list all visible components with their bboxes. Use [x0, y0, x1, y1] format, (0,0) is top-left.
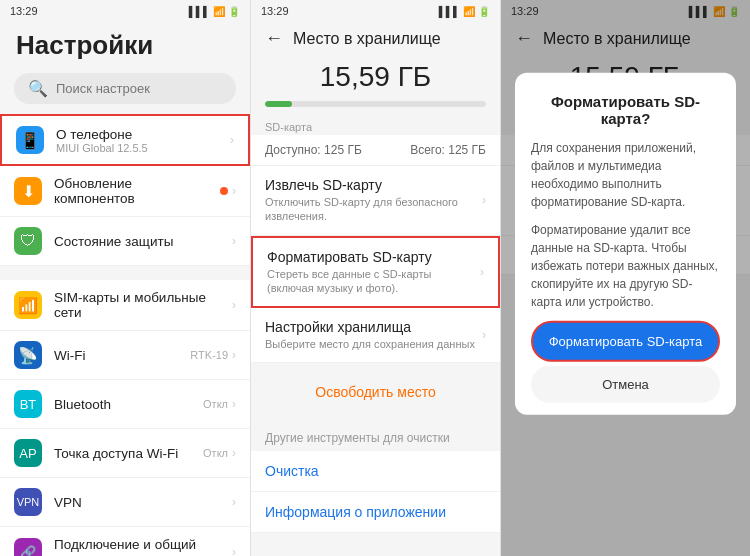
- search-icon: 🔍: [28, 79, 48, 98]
- settings-item-share[interactable]: 🔗 Подключение и общий доступ ›: [0, 527, 250, 556]
- update-badge: [220, 187, 228, 195]
- settings-list: 📱 О телефоне MIUI Global 12.5.5 › ⬇ Обно…: [0, 114, 250, 556]
- battery-icon: 🔋: [228, 6, 240, 17]
- signal-icon-2: ▌▌▌: [439, 6, 460, 17]
- protection-label: Состояние защиты: [54, 234, 220, 249]
- share-chevron: ›: [232, 545, 236, 556]
- status-icons-1: ▌▌▌ 📶 🔋: [189, 6, 240, 17]
- dialog-title: Форматировать SD-карта?: [531, 93, 720, 127]
- storage-info-row: Доступно: 125 ГБ Всего: 125 ГБ: [251, 135, 500, 166]
- dialog-body-1: Для сохранения приложений, файлов и муль…: [531, 139, 720, 211]
- status-bar-2: 13:29 ▌▌▌ 📶 🔋: [251, 0, 500, 22]
- extract-title: Извлечь SD-карту: [265, 177, 482, 193]
- protection-chevron: ›: [232, 234, 236, 248]
- storage-content: Доступно: 125 ГБ Всего: 125 ГБ Извлечь S…: [251, 135, 500, 363]
- status-bar-1: 13:29 ▌▌▌ 📶 🔋: [0, 0, 250, 22]
- settings-item-sim[interactable]: 📶 SIM-карты и мобильные сети ›: [0, 280, 250, 331]
- settings-item-vpn[interactable]: VPN VPN ›: [0, 478, 250, 527]
- settings-item-update[interactable]: ⬇ Обновление компонентов ›: [0, 166, 250, 217]
- share-label: Подключение и общий доступ: [54, 537, 220, 556]
- tool-link-clear[interactable]: Очистка: [251, 451, 500, 492]
- bluetooth-chevron: ›: [232, 397, 236, 411]
- share-icon: 🔗: [14, 538, 42, 556]
- about-label: О телефоне: [56, 127, 218, 142]
- time-2: 13:29: [261, 5, 289, 17]
- settings-item-hotspot[interactable]: AP Точка доступа Wi-Fi Откл ›: [0, 429, 250, 478]
- settings-item-wifi[interactable]: 📡 Wi-Fi RTK-19 ›: [0, 331, 250, 380]
- search-input[interactable]: [56, 81, 222, 96]
- free-space-button[interactable]: Освободить место: [265, 373, 486, 411]
- hotspot-right: Откл ›: [203, 446, 236, 460]
- settings-panel: 13:29 ▌▌▌ 📶 🔋 Настройки 🔍 📱 О телефоне M…: [0, 0, 250, 556]
- storage-panel: 13:29 ▌▌▌ 📶 🔋 ← Место в хранилище 15,59 …: [250, 0, 500, 556]
- wifi-chevron: ›: [232, 348, 236, 362]
- wifi-value: RTK-19: [190, 349, 228, 361]
- sd-section-label: SD-карта: [251, 115, 500, 135]
- storage-option-extract[interactable]: Извлечь SD-карту Отключить SD-карту для …: [251, 166, 500, 236]
- time-1: 13:29: [10, 5, 38, 17]
- vpn-icon: VPN: [14, 488, 42, 516]
- wifi-label: Wi-Fi: [54, 348, 178, 363]
- storage-header: ← Место в хранилище: [251, 22, 500, 57]
- dialog-confirm-button[interactable]: Форматировать SD-карта: [531, 321, 720, 362]
- extract-chevron: ›: [482, 193, 486, 207]
- storage-settings-desc: Выберите место для сохранения данных: [265, 337, 475, 351]
- storage-dialog-panel: 13:29 ▌▌▌ 📶 🔋 ← Место в хранилище 15,59 …: [500, 0, 750, 556]
- dialog-body-2: Форматирование удалит все данные на SD-к…: [531, 221, 720, 311]
- search-bar[interactable]: 🔍: [14, 73, 236, 104]
- format-dialog: Форматировать SD-карта? Для сохранения п…: [515, 73, 736, 415]
- dialog-cancel-button[interactable]: Отмена: [531, 366, 720, 403]
- hotspot-value: Откл: [203, 447, 228, 459]
- signal-icon: ▌▌▌: [189, 6, 210, 17]
- storage-size: 15,59 ГБ: [251, 57, 500, 101]
- bluetooth-label: Bluetooth: [54, 397, 191, 412]
- battery-icon-2: 🔋: [478, 6, 490, 17]
- other-tools-label: Другие инструменты для очистки: [251, 421, 500, 451]
- hotspot-icon: AP: [14, 439, 42, 467]
- sim-chevron: ›: [232, 298, 236, 312]
- bluetooth-icon: BT: [14, 390, 42, 418]
- bluetooth-right: Откл ›: [203, 397, 236, 411]
- back-button-2[interactable]: ←: [265, 28, 283, 49]
- about-icon: 📱: [16, 126, 44, 154]
- wifi-icon-2: 📶: [463, 6, 475, 17]
- about-chevron: ›: [230, 133, 234, 147]
- wifi-setting-icon: 📡: [14, 341, 42, 369]
- vpn-label: VPN: [54, 495, 220, 510]
- settings-title: Настройки: [0, 22, 250, 69]
- storage-settings-title: Настройки хранилища: [265, 319, 475, 335]
- section-gap-1: [0, 266, 250, 280]
- storage-option-format[interactable]: Форматировать SD-карту Стереть все данны…: [251, 236, 500, 309]
- storage-bar-track: [265, 101, 486, 107]
- bluetooth-value: Откл: [203, 398, 228, 410]
- storage-bar-fill: [265, 101, 292, 107]
- hotspot-label: Точка доступа Wi-Fi: [54, 446, 191, 461]
- update-chevron: ›: [232, 184, 236, 198]
- wifi-icon: 📶: [213, 6, 225, 17]
- protection-icon: 🛡: [14, 227, 42, 255]
- settings-item-bluetooth[interactable]: BT Bluetooth Откл ›: [0, 380, 250, 429]
- storage-available: Доступно: 125 ГБ: [265, 143, 362, 157]
- update-label: Обновление компонентов: [54, 176, 208, 206]
- sim-icon: 📶: [14, 291, 42, 319]
- wifi-right: RTK-19 ›: [190, 348, 236, 362]
- status-icons-2: ▌▌▌ 📶 🔋: [439, 6, 490, 17]
- update-badge-area: ›: [220, 184, 236, 198]
- format-chevron: ›: [480, 265, 484, 279]
- settings-item-protection[interactable]: 🛡 Состояние защиты ›: [0, 217, 250, 266]
- about-sub: MIUI Global 12.5.5: [56, 142, 218, 154]
- storage-title: Место в хранилище: [293, 30, 486, 48]
- storage-option-settings[interactable]: Настройки хранилища Выберите место для с…: [251, 308, 500, 363]
- hotspot-chevron: ›: [232, 446, 236, 460]
- update-icon: ⬇: [14, 177, 42, 205]
- format-title: Форматировать SD-карту: [267, 249, 480, 265]
- storage-total: Всего: 125 ГБ: [410, 143, 486, 157]
- format-desc: Стереть все данные с SD-карты (включая м…: [267, 267, 480, 296]
- vpn-chevron: ›: [232, 495, 236, 509]
- tool-link-appinfo[interactable]: Информация о приложении: [251, 492, 500, 533]
- settings-item-about[interactable]: 📱 О телефоне MIUI Global 12.5.5 ›: [0, 114, 250, 166]
- storage-settings-chevron: ›: [482, 328, 486, 342]
- storage-bar-container: [251, 101, 500, 115]
- extract-desc: Отключить SD-карту для безопасного извле…: [265, 195, 482, 224]
- sim-label: SIM-карты и мобильные сети: [54, 290, 220, 320]
